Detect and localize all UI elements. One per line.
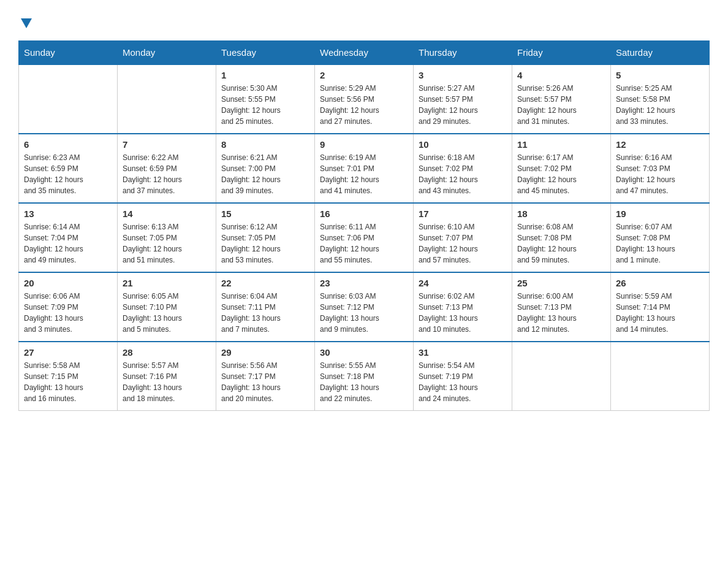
calendar-cell: 12Sunrise: 6:16 AM Sunset: 7:03 PM Dayli… [611, 134, 710, 203]
day-info: Sunrise: 6:18 AM Sunset: 7:02 PM Dayligh… [419, 152, 507, 196]
calendar-cell: 16Sunrise: 6:11 AM Sunset: 7:06 PM Dayli… [315, 203, 414, 272]
day-number: 29 [221, 347, 309, 358]
day-number: 16 [320, 209, 408, 219]
day-number: 21 [123, 278, 211, 288]
day-number: 12 [616, 139, 704, 150]
calendar-week-2: 6Sunrise: 6:23 AM Sunset: 6:59 PM Daylig… [19, 134, 710, 203]
day-number: 17 [419, 209, 507, 219]
day-info: Sunrise: 6:11 AM Sunset: 7:06 PM Dayligh… [320, 221, 408, 266]
day-info: Sunrise: 6:12 AM Sunset: 7:05 PM Dayligh… [221, 221, 309, 266]
day-number: 10 [419, 139, 507, 150]
day-info: Sunrise: 6:06 AM Sunset: 7:09 PM Dayligh… [24, 291, 112, 335]
calendar-cell: 5Sunrise: 5:25 AM Sunset: 5:58 PM Daylig… [611, 64, 710, 134]
calendar-cell: 23Sunrise: 6:03 AM Sunset: 7:12 PM Dayli… [315, 272, 414, 342]
calendar-cell: 8Sunrise: 6:21 AM Sunset: 7:00 PM Daylig… [216, 134, 315, 203]
calendar-cell: 25Sunrise: 6:00 AM Sunset: 7:13 PM Dayli… [512, 272, 611, 342]
day-number: 20 [24, 278, 112, 288]
day-info: Sunrise: 6:00 AM Sunset: 7:13 PM Dayligh… [517, 291, 605, 335]
logo-triangle-icon [20, 16, 33, 29]
day-number: 31 [419, 347, 507, 358]
day-number: 6 [24, 139, 112, 150]
calendar-cell [611, 342, 710, 411]
day-number: 15 [221, 209, 309, 219]
calendar-week-1: 1Sunrise: 5:30 AM Sunset: 5:55 PM Daylig… [19, 64, 710, 134]
weekday-header-tuesday: Tuesday [216, 41, 315, 65]
day-info: Sunrise: 6:04 AM Sunset: 7:11 PM Dayligh… [221, 291, 309, 335]
day-info: Sunrise: 5:55 AM Sunset: 7:18 PM Dayligh… [320, 360, 408, 404]
calendar-table: SundayMondayTuesdayWednesdayThursdayFrid… [18, 40, 710, 411]
calendar-cell [512, 342, 611, 411]
calendar-cell: 2Sunrise: 5:29 AM Sunset: 5:56 PM Daylig… [315, 64, 414, 134]
weekday-header-wednesday: Wednesday [315, 41, 414, 65]
day-info: Sunrise: 6:17 AM Sunset: 7:02 PM Dayligh… [517, 152, 605, 196]
day-info: Sunrise: 6:23 AM Sunset: 6:59 PM Dayligh… [24, 152, 112, 196]
calendar-cell: 19Sunrise: 6:07 AM Sunset: 7:08 PM Dayli… [611, 203, 710, 272]
day-info: Sunrise: 5:29 AM Sunset: 5:56 PM Dayligh… [320, 83, 408, 127]
calendar-cell: 17Sunrise: 6:10 AM Sunset: 7:07 PM Dayli… [414, 203, 512, 272]
day-info: Sunrise: 6:07 AM Sunset: 7:08 PM Dayligh… [616, 221, 704, 266]
calendar-cell: 24Sunrise: 6:02 AM Sunset: 7:13 PM Dayli… [414, 272, 512, 342]
calendar-header-row: SundayMondayTuesdayWednesdayThursdayFrid… [19, 41, 710, 65]
calendar-week-3: 13Sunrise: 6:14 AM Sunset: 7:04 PM Dayli… [19, 203, 710, 272]
day-info: Sunrise: 6:08 AM Sunset: 7:08 PM Dayligh… [517, 221, 605, 266]
weekday-header-thursday: Thursday [414, 41, 512, 65]
calendar-cell: 4Sunrise: 5:26 AM Sunset: 5:57 PM Daylig… [512, 64, 611, 134]
day-number: 27 [24, 347, 112, 358]
day-number: 1 [221, 70, 309, 80]
calendar-cell: 31Sunrise: 5:54 AM Sunset: 7:19 PM Dayli… [414, 342, 512, 411]
calendar-week-5: 27Sunrise: 5:58 AM Sunset: 7:15 PM Dayli… [19, 342, 710, 411]
calendar-cell [19, 64, 118, 134]
calendar-cell: 13Sunrise: 6:14 AM Sunset: 7:04 PM Dayli… [19, 203, 118, 272]
day-info: Sunrise: 5:25 AM Sunset: 5:58 PM Dayligh… [616, 83, 704, 127]
weekday-header-saturday: Saturday [611, 41, 710, 65]
day-info: Sunrise: 6:19 AM Sunset: 7:01 PM Dayligh… [320, 152, 408, 196]
page-header [18, 12, 710, 34]
day-number: 2 [320, 70, 408, 80]
day-info: Sunrise: 6:13 AM Sunset: 7:05 PM Dayligh… [123, 221, 211, 266]
calendar-cell: 18Sunrise: 6:08 AM Sunset: 7:08 PM Dayli… [512, 203, 611, 272]
day-info: Sunrise: 5:57 AM Sunset: 7:16 PM Dayligh… [123, 360, 211, 404]
svg-marker-0 [21, 18, 32, 28]
calendar-cell: 3Sunrise: 5:27 AM Sunset: 5:57 PM Daylig… [414, 64, 512, 134]
day-number: 18 [517, 209, 605, 219]
calendar-cell: 28Sunrise: 5:57 AM Sunset: 7:16 PM Dayli… [118, 342, 216, 411]
day-number: 14 [123, 209, 211, 219]
calendar-cell: 7Sunrise: 6:22 AM Sunset: 6:59 PM Daylig… [118, 134, 216, 203]
day-number: 28 [123, 347, 211, 358]
day-number: 22 [221, 278, 309, 288]
day-info: Sunrise: 5:26 AM Sunset: 5:57 PM Dayligh… [517, 83, 605, 127]
day-info: Sunrise: 5:56 AM Sunset: 7:17 PM Dayligh… [221, 360, 309, 404]
calendar-cell: 6Sunrise: 6:23 AM Sunset: 6:59 PM Daylig… [19, 134, 118, 203]
calendar-cell: 14Sunrise: 6:13 AM Sunset: 7:05 PM Dayli… [118, 203, 216, 272]
calendar-cell: 9Sunrise: 6:19 AM Sunset: 7:01 PM Daylig… [315, 134, 414, 203]
calendar-cell: 1Sunrise: 5:30 AM Sunset: 5:55 PM Daylig… [216, 64, 315, 134]
day-number: 26 [616, 278, 704, 288]
calendar-cell: 26Sunrise: 5:59 AM Sunset: 7:14 PM Dayli… [611, 272, 710, 342]
day-number: 13 [24, 209, 112, 219]
day-info: Sunrise: 5:54 AM Sunset: 7:19 PM Dayligh… [419, 360, 507, 404]
calendar-cell: 29Sunrise: 5:56 AM Sunset: 7:17 PM Dayli… [216, 342, 315, 411]
weekday-header-sunday: Sunday [19, 41, 118, 65]
day-info: Sunrise: 5:59 AM Sunset: 7:14 PM Dayligh… [616, 291, 704, 335]
day-number: 25 [517, 278, 605, 288]
calendar-cell: 30Sunrise: 5:55 AM Sunset: 7:18 PM Dayli… [315, 342, 414, 411]
day-number: 7 [123, 139, 211, 150]
day-number: 4 [517, 70, 605, 80]
day-number: 24 [419, 278, 507, 288]
day-info: Sunrise: 6:02 AM Sunset: 7:13 PM Dayligh… [419, 291, 507, 335]
day-info: Sunrise: 6:05 AM Sunset: 7:10 PM Dayligh… [123, 291, 211, 335]
weekday-header-monday: Monday [118, 41, 216, 65]
day-info: Sunrise: 6:10 AM Sunset: 7:07 PM Dayligh… [419, 221, 507, 266]
day-info: Sunrise: 5:30 AM Sunset: 5:55 PM Dayligh… [221, 83, 309, 127]
calendar-week-4: 20Sunrise: 6:06 AM Sunset: 7:09 PM Dayli… [19, 272, 710, 342]
calendar-cell [118, 64, 216, 134]
calendar-cell: 11Sunrise: 6:17 AM Sunset: 7:02 PM Dayli… [512, 134, 611, 203]
day-number: 11 [517, 139, 605, 150]
calendar-cell: 22Sunrise: 6:04 AM Sunset: 7:11 PM Dayli… [216, 272, 315, 342]
day-number: 9 [320, 139, 408, 150]
calendar-cell: 20Sunrise: 6:06 AM Sunset: 7:09 PM Dayli… [19, 272, 118, 342]
calendar-cell: 15Sunrise: 6:12 AM Sunset: 7:05 PM Dayli… [216, 203, 315, 272]
weekday-header-friday: Friday [512, 41, 611, 65]
day-number: 23 [320, 278, 408, 288]
day-info: Sunrise: 6:14 AM Sunset: 7:04 PM Dayligh… [24, 221, 112, 266]
